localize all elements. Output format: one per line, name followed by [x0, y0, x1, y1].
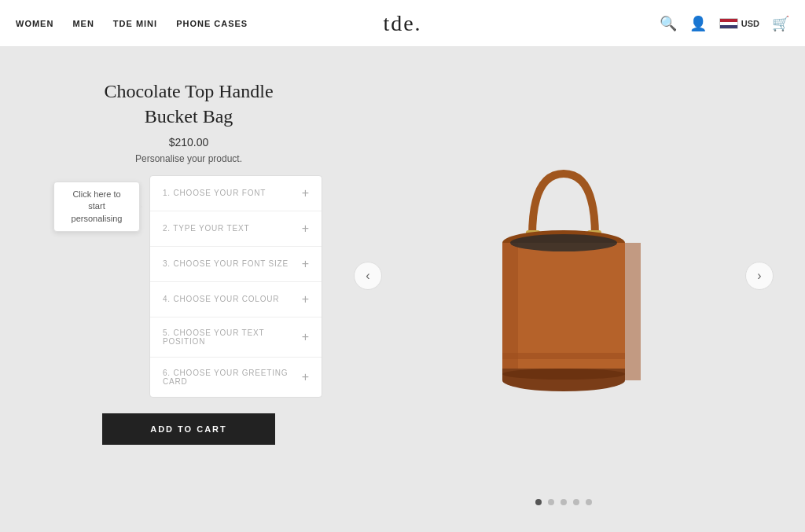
svg-point-9 [502, 369, 625, 380]
personalize-prompt: Personalise your product. [135, 153, 242, 164]
nav-phone-cases[interactable]: PHONE CASES [176, 19, 248, 28]
product-price: $210.00 [169, 136, 209, 149]
steps-container: 1. CHOOSE YOUR FONT + 2. TYPE YOUR TEXT … [149, 175, 322, 398]
svg-rect-5 [625, 243, 641, 380]
step-row-text[interactable]: 2. TYPE YOUR TEXT + [150, 211, 322, 247]
step-label-font: 1. CHOOSE YOUR FONT [163, 189, 266, 197]
site-logo[interactable]: tde. [383, 11, 421, 36]
step-expand-colour: + [302, 293, 309, 306]
step-expand-font: + [302, 187, 309, 200]
nav-links: WOMEN MEN TDE MINI PHONE CASES [16, 19, 248, 28]
product-image [454, 142, 674, 409]
step-row-font-size[interactable]: 3. CHOOSE YOUR FONT SIZE + [150, 247, 322, 282]
carousel-dots [535, 488, 592, 516]
right-panel: ‹ [354, 63, 774, 516]
dot-4[interactable] [573, 499, 579, 505]
navbar: WOMEN MEN TDE MINI PHONE CASES tde. 🔍 👤 … [0, 0, 805, 47]
currency-label: USD [741, 19, 759, 28]
search-icon[interactable]: 🔍 [660, 15, 677, 32]
tooltip-bubble: Click here to start personalising [53, 182, 140, 232]
carousel-next-button[interactable]: › [745, 262, 774, 290]
step-label-greeting: 6. CHOOSE YOUR GREETING CARD [163, 369, 302, 386]
step-row-font[interactable]: 1. CHOOSE YOUR FONT + [150, 176, 322, 211]
svg-point-10 [510, 234, 617, 251]
svg-rect-4 [502, 243, 518, 380]
dot-2[interactable] [548, 499, 554, 505]
left-panel: Chocolate Top Handle Bucket Bag $210.00 … [47, 63, 330, 516]
dot-1[interactable] [535, 499, 542, 505]
step-expand-position: + [302, 331, 309, 343]
flag-icon [719, 18, 738, 29]
nav-tde-mini[interactable]: TDE MINI [113, 19, 157, 28]
step-expand-font-size: + [302, 258, 309, 270]
product-image-area: ‹ [354, 63, 774, 488]
svg-rect-8 [502, 353, 625, 359]
account-icon[interactable]: 👤 [689, 15, 707, 32]
svg-rect-3 [502, 243, 625, 380]
step-row-greeting[interactable]: 6. CHOOSE YOUR GREETING CARD + [150, 358, 322, 397]
step-expand-greeting: + [302, 371, 309, 383]
step-expand-text: + [302, 222, 309, 235]
carousel-prev-button[interactable]: ‹ [354, 262, 382, 290]
step-label-colour: 4. CHOOSE YOUR COLOUR [163, 295, 279, 303]
main-content: Chocolate Top Handle Bucket Bag $210.00 … [0, 47, 805, 532]
nav-actions: 🔍 👤 USD 🛒 [660, 15, 789, 32]
step-label-text: 2. TYPE YOUR TEXT [163, 224, 249, 233]
step-label-font-size: 3. CHOOSE YOUR FONT SIZE [163, 259, 289, 268]
nav-women[interactable]: WOMEN [16, 19, 53, 28]
step-label-position: 5. CHOOSE YOUR TEXT POSITION [163, 328, 302, 346]
tooltip-wrapper: Click here to start personalising 1. CHO… [47, 175, 330, 398]
currency-selector[interactable]: USD [719, 18, 759, 29]
dot-3[interactable] [561, 499, 567, 505]
cart-icon[interactable]: 🛒 [772, 15, 789, 32]
product-title: Chocolate Top Handle Bucket Bag [104, 79, 273, 130]
nav-men[interactable]: MEN [72, 19, 94, 28]
step-row-colour[interactable]: 4. CHOOSE YOUR COLOUR + [150, 282, 322, 317]
step-row-position[interactable]: 5. CHOOSE YOUR TEXT POSITION + [150, 317, 322, 358]
dot-5[interactable] [586, 499, 592, 505]
add-to-cart-button[interactable]: ADD TO CART [102, 413, 275, 445]
